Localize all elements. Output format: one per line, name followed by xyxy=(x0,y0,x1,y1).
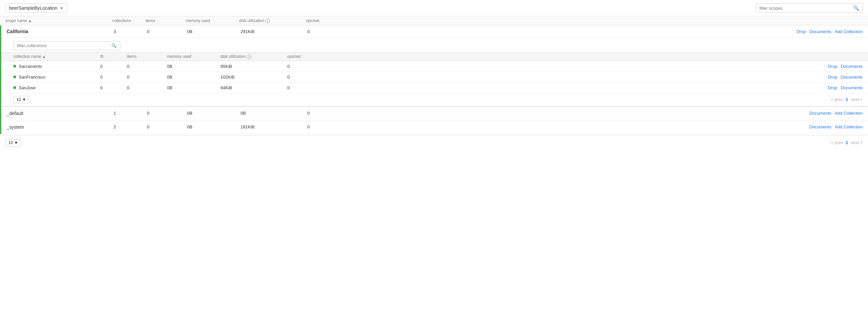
scope-system: _system 2 0 0B 181KiB 0 Documents Add Co… xyxy=(0,120,868,134)
inner-page-size-select[interactable]: 10 ▼ xyxy=(13,96,29,103)
scope-default-items: 0 xyxy=(147,111,187,116)
collection-sanjose-items: 0 xyxy=(127,85,167,90)
sub-col-actions xyxy=(328,54,863,59)
sacramento-documents-button[interactable]: Documents xyxy=(841,64,863,69)
search-icon: 🔍 xyxy=(853,5,859,11)
collection-sanfrancisco-name-cell: SanFrancisco xyxy=(13,75,100,80)
collection-sanjose-disk: 94KiB xyxy=(220,85,287,90)
scope-default: _default 1 0 0B 0B 0 Documents Add Colle… xyxy=(0,107,868,120)
sub-sort-arrow-icon: ▲ xyxy=(42,55,46,58)
sub-col-ops: ops/sec xyxy=(287,54,328,59)
inner-next-button[interactable]: next > xyxy=(850,97,863,102)
scope-system-collections: 2 xyxy=(114,124,147,130)
filter-collections-search-icon: 🔍 xyxy=(111,43,117,48)
scope-california: California 3 0 0B 291KiB 0 Drop Document… xyxy=(0,25,868,107)
filter-scopes-input[interactable] xyxy=(760,6,853,11)
default-add-collection-button[interactable]: Add Collection xyxy=(835,111,863,116)
scope-california-items: 0 xyxy=(147,29,187,34)
sacramento-drop-button[interactable]: Drop xyxy=(828,64,837,69)
outer-next-button[interactable]: next > xyxy=(850,140,863,145)
collection-sanfrancisco-disk: 102KiB xyxy=(220,75,287,80)
scope-system-actions: Documents Add Collection xyxy=(347,124,863,130)
collection-indicator-icon xyxy=(13,65,16,67)
collection-sacramento-name-cell: Sacramento xyxy=(13,64,100,69)
filter-scopes-wrapper: 🔍 xyxy=(756,3,863,13)
system-add-collection-button[interactable]: Add Collection xyxy=(835,124,863,130)
outer-current-page: 1 xyxy=(846,140,848,145)
scope-california-row: California 3 0 0B 291KiB 0 Drop Document… xyxy=(1,25,868,38)
outer-page-size-select[interactable]: 10 ▼ xyxy=(5,139,21,146)
outer-prev-button[interactable]: < prev xyxy=(831,140,843,145)
collection-sanfrancisco-items: 0 xyxy=(127,75,167,80)
scope-system-memory: 0B xyxy=(187,124,241,130)
scope-default-memory: 0B xyxy=(187,111,241,116)
scope-system-name: _system xyxy=(7,124,114,130)
collection-sanjose-actions: Drop Documents xyxy=(328,85,863,90)
scope-california-collections: 3 xyxy=(114,29,147,34)
scope-default-actions: Documents Add Collection xyxy=(347,111,863,116)
bucket-name: beerSampleByLocation xyxy=(9,5,58,11)
scope-default-name: _default xyxy=(7,111,114,116)
col-memory-used: memory used xyxy=(186,19,239,23)
filter-collections-area: 🔍 xyxy=(1,38,868,52)
sanfrancisco-documents-button[interactable]: Documents xyxy=(841,75,863,80)
sanjose-drop-button[interactable]: Drop xyxy=(828,85,837,90)
sub-col-ttl: ttl xyxy=(100,54,127,59)
sanfrancisco-drop-button[interactable]: Drop xyxy=(828,75,837,80)
sub-info-icon: i xyxy=(247,55,251,59)
collection-indicator-icon xyxy=(13,86,16,89)
collection-sanjose-ops: 0 xyxy=(287,85,328,90)
top-bar: beerSampleByLocation ▼ 🔍 xyxy=(0,0,868,17)
sub-col-memory-used: memory used xyxy=(167,54,220,59)
inner-pagination-controls: < prev 1 next > xyxy=(831,97,863,102)
collection-indicator-icon xyxy=(13,76,16,78)
scope-california-memory: 0B xyxy=(187,29,241,34)
collection-sanfrancisco: SanFrancisco 0 0 0B 102KiB 0 Drop Docume… xyxy=(1,72,868,83)
inner-pagination: 10 ▼ < prev 1 next > xyxy=(1,93,868,107)
info-icon: i xyxy=(265,19,270,23)
sanjose-documents-button[interactable]: Documents xyxy=(841,85,863,90)
collection-sanfrancisco-actions: Drop Documents xyxy=(328,75,863,80)
scope-default-disk: 0B xyxy=(241,111,307,116)
col-scope-name: scope name ▲ xyxy=(5,19,112,23)
collection-sanjose-ttl: 0 xyxy=(100,85,127,90)
collection-sanfrancisco-ttl: 0 xyxy=(100,75,127,80)
collection-sacramento-items: 0 xyxy=(127,64,167,69)
california-documents-button[interactable]: Documents xyxy=(809,29,831,34)
collection-sacramento: Sacramento 0 0 0B 95KiB 0 Drop Documents xyxy=(1,61,868,72)
collection-sacramento-memory: 0B xyxy=(167,64,220,69)
scope-system-ops: 0 xyxy=(307,124,347,130)
sub-col-disk: disk utilization i xyxy=(220,54,287,59)
scope-default-row: _default 1 0 0B 0B 0 Documents Add Colle… xyxy=(1,107,868,120)
scope-california-name: California xyxy=(7,29,114,34)
sub-col-name: collection name ▲ xyxy=(13,54,100,59)
collection-sanfrancisco-memory: 0B xyxy=(167,75,220,80)
scope-system-items: 0 xyxy=(147,124,187,130)
scope-default-collections: 1 xyxy=(114,111,147,116)
collection-sacramento-ops: 0 xyxy=(287,64,328,69)
chevron-down-icon: ▼ xyxy=(60,6,63,10)
scope-california-ops: 0 xyxy=(307,29,347,34)
collection-sacramento-disk: 95KiB xyxy=(220,64,287,69)
collection-sanfrancisco-ops: 0 xyxy=(287,75,328,80)
inner-current-page: 1 xyxy=(846,97,848,102)
collection-sanjose-name-cell: SanJose xyxy=(13,85,100,90)
california-drop-button[interactable]: Drop xyxy=(797,29,806,34)
filter-collections-input[interactable] xyxy=(17,43,111,48)
default-documents-button[interactable]: Documents xyxy=(809,111,831,116)
scope-system-disk: 181KiB xyxy=(241,124,307,130)
system-documents-button[interactable]: Documents xyxy=(809,124,831,130)
inner-prev-button[interactable]: < prev xyxy=(831,97,843,102)
california-add-collection-button[interactable]: Add Collection xyxy=(835,29,863,34)
collection-sacramento-ttl: 0 xyxy=(100,64,127,69)
page-size-chevron-icon: ▼ xyxy=(22,97,26,102)
scope-default-ops: 0 xyxy=(307,111,347,116)
filter-collections-wrapper: 🔍 xyxy=(13,41,120,50)
col-ops-sec: ops/sec xyxy=(306,19,346,23)
collection-sacramento-actions: Drop Documents xyxy=(328,64,863,69)
collection-sanjose-memory: 0B xyxy=(167,85,220,90)
bucket-selector[interactable]: beerSampleByLocation ▼ xyxy=(5,3,67,13)
collection-sanjose: SanJose 0 0 0B 94KiB 0 Drop Documents xyxy=(1,83,868,93)
scope-system-row: _system 2 0 0B 181KiB 0 Documents Add Co… xyxy=(1,120,868,134)
scope-california-disk: 291KiB xyxy=(241,29,307,34)
